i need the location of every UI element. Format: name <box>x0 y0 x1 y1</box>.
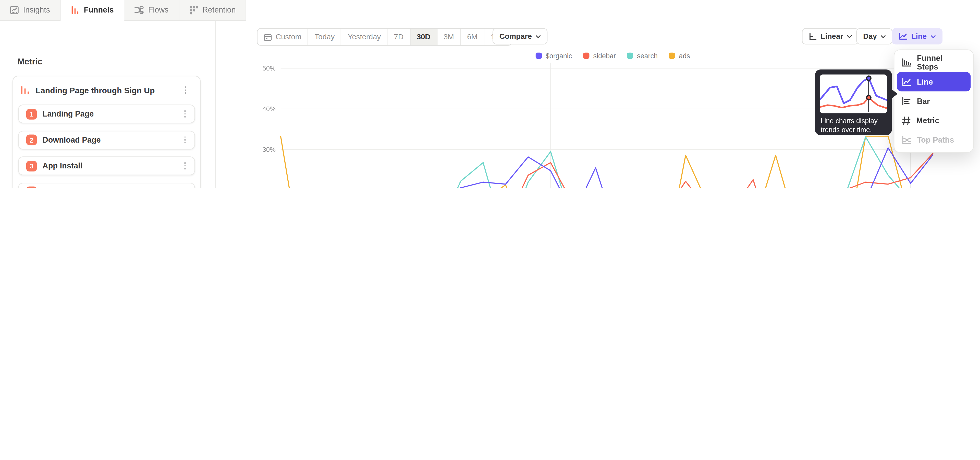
menu-item-label: Metric <box>916 116 939 125</box>
y-tick-label: 30% <box>262 146 275 153</box>
menu-item-line[interactable]: Line <box>897 72 970 91</box>
tab-label: Funnels <box>84 6 114 14</box>
menu-item-metric[interactable]: Metric <box>897 111 970 130</box>
chart-type-menu: Funnel StepsLineBarMetricTop Paths <box>894 50 974 153</box>
retention-icon <box>189 6 198 14</box>
tab-label: Retention <box>202 6 236 14</box>
menu-item-funnel-steps[interactable]: Funnel Steps <box>897 53 970 72</box>
app-window: InsightsFunnelsFlowsRetention Metric Lan… <box>0 0 980 188</box>
tab-flows[interactable]: Flows <box>124 0 179 21</box>
report-tabbar: InsightsFunnelsFlowsRetention <box>0 0 246 21</box>
funnel-steps-icon <box>902 58 912 67</box>
tab-label: Flows <box>148 6 169 14</box>
series-line-organic[interactable] <box>281 148 933 188</box>
menu-item-label: Top Paths <box>917 136 954 144</box>
y-tick-label: 40% <box>262 105 275 112</box>
insights-icon <box>10 6 19 14</box>
tab-retention[interactable]: Retention <box>179 0 246 21</box>
bar-chart-icon <box>902 97 912 105</box>
y-tick-label: 20% <box>262 187 275 188</box>
series-line-sidebar[interactable] <box>281 153 933 188</box>
tooltip-text: Line charts display trends over time. <box>821 117 888 134</box>
tab-funnels[interactable]: Funnels <box>61 0 124 21</box>
tooltip-arrow <box>891 89 897 99</box>
flows-icon <box>135 6 144 14</box>
series-line-ads[interactable] <box>281 136 933 188</box>
metric-icon <box>902 116 911 125</box>
line-chart-tooltip: Line charts display trends over time. <box>815 70 892 135</box>
series-line-search[interactable] <box>281 137 933 188</box>
menu-item-label: Funnel Steps <box>917 53 966 71</box>
y-tick-label: 50% <box>262 65 275 72</box>
line-chart-preview <box>820 74 887 113</box>
tab-insights[interactable]: Insights <box>0 0 61 21</box>
funnels-icon <box>71 6 80 14</box>
menu-item-label: Line <box>917 77 933 86</box>
menu-item-top-paths: Top Paths <box>897 130 970 150</box>
menu-item-label: Bar <box>917 97 930 105</box>
line-chart-icon <box>902 77 912 86</box>
tab-label: Insights <box>23 6 50 14</box>
menu-item-bar[interactable]: Bar <box>897 91 970 111</box>
top-paths-icon <box>902 136 912 144</box>
